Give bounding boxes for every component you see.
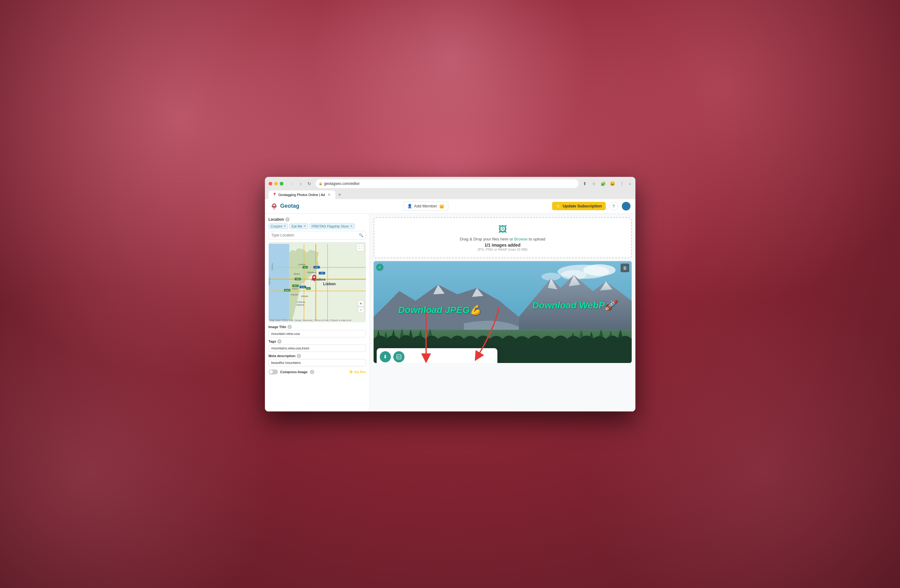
meta-description-input[interactable] — [268, 359, 366, 366]
tags-input[interactable] — [268, 344, 366, 352]
update-subscription-button[interactable]: ⭐ Update Subscription — [552, 202, 605, 210]
meta-description-label: Meta description i — [268, 354, 366, 358]
trash-icon: 🗑 — [623, 265, 627, 270]
remove-cospire-button[interactable]: ✕ — [284, 224, 286, 228]
toggle-thumb — [269, 370, 273, 374]
meta-description-info-icon[interactable]: i — [297, 354, 301, 358]
svg-text:Cascais: Cascais — [290, 293, 298, 295]
download-jpeg-icon-button[interactable]: ⬇ — [380, 351, 391, 362]
browser-tabs: 📍 Geotagging Photos Online | Ad ✕ + — [268, 191, 632, 199]
bookmark-button[interactable]: ☆ — [590, 180, 598, 187]
svg-text:Almada: Almada — [301, 295, 308, 297]
svg-point-41 — [583, 264, 616, 276]
back-button[interactable]: ‹ — [289, 180, 296, 187]
app-content: Geotag 👤 Add Member 👑 ⭐ Update Subscript… — [265, 199, 635, 411]
image-title-label: Image Title i — [268, 325, 366, 329]
help-button[interactable]: ? — [610, 202, 618, 211]
image-preview — [374, 261, 632, 363]
location-tag-cospire[interactable]: Cospire ✕ — [268, 223, 289, 229]
sidebar: Location i Cospire ✕ Eat Me ✕ FREITAG Fl… — [265, 214, 370, 411]
star-icon: ⭐ — [556, 204, 561, 208]
map-zoom-in-button[interactable]: + — [358, 300, 364, 307]
image-title-info-icon[interactable]: i — [287, 325, 292, 329]
search-icon: 🔍 — [359, 233, 363, 237]
forward-button[interactable]: › — [297, 180, 304, 187]
compress-toggle[interactable] — [268, 369, 278, 374]
location-input[interactable] — [268, 231, 366, 239]
map-svg: Loures Sintra Odivelas Amadora Lisbon Es… — [268, 242, 366, 322]
map-expand-button[interactable]: ⛶ — [357, 244, 364, 251]
add-member-label: Add Member — [414, 204, 437, 208]
svg-text:Odivelas: Odivelas — [307, 271, 316, 274]
context-popup: ⬇ WP ⬇ Down — [377, 348, 498, 363]
tag-cospire-label: Cospire — [271, 224, 282, 228]
share-button[interactable]: ⬆ — [581, 180, 588, 187]
image-delete-button[interactable]: 🗑 — [621, 264, 629, 272]
upload-icon: 🖼 — [380, 224, 625, 234]
new-tab-button[interactable]: + — [335, 191, 344, 199]
tab-close-button[interactable]: ✕ — [327, 192, 332, 197]
extensions-button[interactable]: 🧩 — [600, 180, 607, 187]
traffic-lights — [268, 182, 284, 186]
popup-icon-row: ⬇ WP — [380, 351, 495, 362]
svg-text:Loures: Loures — [298, 263, 305, 265]
remove-freitag-button[interactable]: ✕ — [350, 224, 352, 228]
tag-eatme-label: Eat Me — [292, 224, 302, 228]
address-bar[interactable]: 🔒 geotagseo.com/editor — [315, 179, 579, 188]
browser-chrome: ‹ › ↻ 🔒 geotagseo.com/editor ⬆ ☆ 🧩 😀 ⋮ ⌄… — [265, 177, 635, 199]
upload-hint: JPG, PNG or WebP (max 10 MB) — [380, 248, 625, 251]
location-tag-eatme[interactable]: Eat Me ✕ — [289, 223, 308, 229]
download-webp-icon-button[interactable]: WP — [393, 351, 405, 362]
update-subscription-label: Update Subscription — [563, 204, 602, 208]
toggle-track[interactable] — [268, 369, 278, 374]
svg-text:N247: N247 — [285, 289, 289, 291]
maximize-window-button[interactable] — [280, 182, 284, 186]
map-zoom-controls: + − — [358, 300, 364, 313]
add-member-button[interactable]: 👤 Add Member 👑 — [403, 202, 448, 211]
nav-buttons: ‹ › ↻ — [289, 180, 313, 187]
right-panel: 🖼 Drag & Drop your files here or Browse … — [370, 214, 635, 411]
map-zoom-out-button[interactable]: − — [358, 307, 364, 313]
svg-text:Caparica: Caparica — [296, 304, 304, 306]
map-attribution: Map Data ©2022 Inst. Geogr. Nacional | T… — [270, 319, 352, 322]
minimize-window-button[interactable] — [274, 182, 278, 186]
crown-icon: 👑 — [439, 204, 444, 209]
svg-text:Oceano: Oceano — [271, 263, 273, 270]
user-profile-button[interactable]: 👤 — [622, 202, 630, 211]
logo-svg — [270, 202, 278, 211]
go-pro-label: Go Pro — [354, 370, 366, 374]
tag-freitag-label: FREITAG Flagship Store — [312, 224, 349, 228]
compress-info-icon[interactable]: i — [310, 370, 314, 374]
image-title-input[interactable] — [268, 330, 366, 337]
upload-area[interactable]: 🖼 Drag & Drop your files here or Browse … — [374, 217, 632, 258]
location-tag-freitag[interactable]: FREITAG Flagship Store ✕ — [309, 223, 355, 229]
active-tab[interactable]: 📍 Geotagging Photos Online | Ad ✕ — [268, 191, 335, 199]
geotag-logo[interactable]: Geotag — [270, 202, 299, 211]
more-options-button[interactable]: ⋮ — [618, 180, 625, 187]
svg-rect-3 — [268, 244, 289, 320]
svg-text:Estoril: Estoril — [292, 287, 298, 290]
tags-info-icon[interactable]: i — [277, 339, 282, 344]
svg-text:Atlântico: Atlântico — [268, 277, 270, 285]
tab-title: Geotagging Photos Online | Ad — [278, 193, 325, 197]
browse-link[interactable]: Browse — [514, 237, 528, 241]
location-info-icon[interactable]: i — [285, 217, 290, 222]
close-window-button[interactable] — [268, 182, 272, 186]
location-section-label: Location i — [268, 217, 366, 222]
image-checked-badge: ✓ — [376, 264, 383, 271]
svg-text:Lisbon: Lisbon — [323, 281, 335, 286]
profile-button[interactable]: 😀 — [609, 180, 616, 187]
person-icon: 👤 — [407, 204, 412, 208]
compress-row: Compress Image i ⭐ Go Pro — [268, 369, 366, 374]
upload-count: 1/1 images added — [380, 243, 625, 248]
svg-text:A16: A16 — [296, 278, 299, 280]
window-minimize-icon: ⌄ — [628, 181, 632, 187]
reload-button[interactable]: ↻ — [306, 180, 313, 187]
go-pro-button[interactable]: ⭐ Go Pro — [349, 370, 366, 374]
map-container: Loures Sintra Odivelas Amadora Lisbon Es… — [268, 242, 366, 322]
lock-icon: 🔒 — [319, 182, 322, 185]
webp-icon: WP — [396, 354, 402, 360]
svg-text:IC15: IC15 — [301, 286, 304, 288]
remove-eatme-button[interactable]: ✕ — [304, 224, 306, 228]
compress-left: Compress Image i — [268, 369, 315, 374]
